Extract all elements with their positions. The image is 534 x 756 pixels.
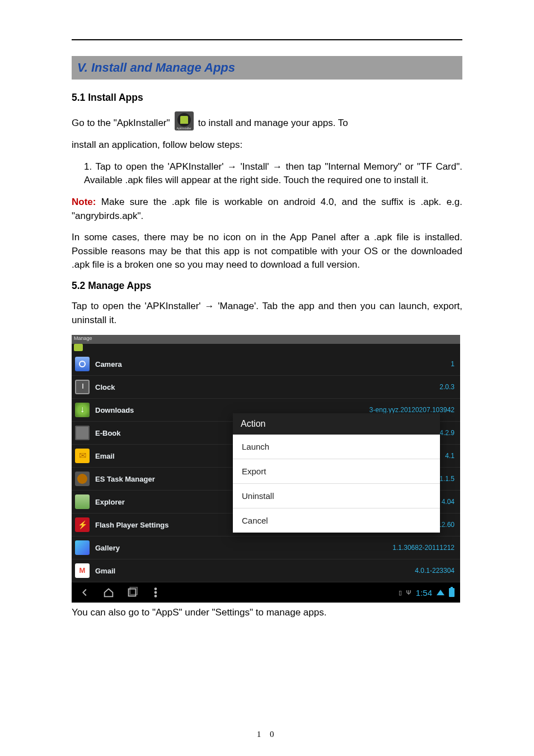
- svg-point-4: [155, 595, 157, 597]
- app-version: 4.04: [442, 498, 455, 506]
- clock-text: 1:54: [416, 588, 432, 598]
- app-version: 1.1.30682-20111212: [392, 544, 455, 552]
- section-banner: V. Install and Manage Apps: [72, 56, 462, 80]
- app-name: Camera: [95, 360, 451, 368]
- gallery-icon: [75, 540, 90, 555]
- dialog-option-cancel[interactable]: Cancel: [233, 508, 440, 533]
- recent-apps-button[interactable]: [124, 586, 140, 599]
- home-button[interactable]: [101, 586, 116, 599]
- app-version: 1: [451, 360, 455, 368]
- compat-paragraph: In some cases, there may be no icon on i…: [72, 231, 462, 272]
- camera-icon: [75, 357, 90, 371]
- note-paragraph: Note: Make sure the .apk file is workabl…: [72, 195, 462, 223]
- ebook-icon: [75, 426, 90, 440]
- intro-text-b: to install and manage your apps. To: [198, 116, 348, 130]
- usb-icon: Ψ: [406, 589, 411, 596]
- android-screenshot: Manage Camera1 Clock2.0.3 Downloads3-eng…: [72, 335, 460, 603]
- after-screenshot-paragraph: You can also go to "AppS" under "Setting…: [72, 606, 462, 620]
- page-number: 1 0: [0, 730, 534, 739]
- app-version: 1.1.5: [439, 475, 455, 483]
- step-1: 1. Tap to open the 'APKInstaller' → 'Ins…: [72, 160, 462, 188]
- apkinstaller-icon-label: ApkInstaller: [177, 127, 191, 130]
- app-name: Clock: [95, 383, 439, 391]
- list-item[interactable]: Gmail4.0.1-223304: [72, 559, 460, 582]
- android-chip-icon: [74, 344, 83, 351]
- menu-button[interactable]: [148, 586, 163, 599]
- app-name: Gmail: [95, 567, 415, 575]
- apkinstaller-icon: ApkInstaller: [175, 111, 194, 130]
- download-icon: [75, 403, 90, 417]
- app-version: 2.0.3: [439, 383, 455, 391]
- heading-install-apps: 5.1 Install Apps: [72, 92, 462, 104]
- intro-paragraph-1: Go to the "ApkInstaller" ApkInstaller to…: [72, 111, 462, 130]
- manage-paragraph: Tap to open the 'APKInstaller' → 'Manage…: [72, 300, 462, 327]
- svg-point-3: [155, 592, 157, 594]
- list-item[interactable]: Gallery1.1.30682-20111212: [72, 536, 460, 559]
- wifi-icon: [437, 590, 444, 595]
- heading-manage-apps: 5.2 Manage Apps: [72, 280, 462, 292]
- status-bar: ▯ Ψ 1:54: [399, 588, 455, 598]
- list-item[interactable]: Clock2.0.3: [72, 376, 460, 399]
- dialog-title: Action: [233, 413, 440, 435]
- app-version: 4.0.1-223304: [415, 567, 455, 575]
- app-version: 4.2.9: [439, 429, 455, 437]
- app-name: Gallery: [95, 544, 392, 552]
- battery-icon: [449, 588, 455, 597]
- activity-title: Manage: [72, 335, 460, 344]
- system-navbar: ▯ Ψ 1:54: [72, 582, 460, 603]
- app-version: 4.1: [445, 452, 455, 460]
- sdcard-icon: ▯: [399, 589, 402, 596]
- dialog-option-launch[interactable]: Launch: [233, 435, 440, 459]
- dialog-option-export[interactable]: Export: [233, 459, 440, 484]
- es-task-manager-icon: [75, 472, 90, 486]
- svg-point-2: [155, 589, 157, 590]
- note-body: Make sure the .apk file is workable on a…: [72, 197, 462, 221]
- dialog-option-uninstall[interactable]: Uninstall: [233, 484, 440, 508]
- clock-icon: [75, 380, 90, 394]
- intro-text-a: Go to the "ApkInstaller": [72, 116, 170, 130]
- gmail-icon: [75, 563, 90, 578]
- app-version: 3-eng.yyz.20120207.103942: [369, 406, 455, 414]
- action-dialog: Action Launch Export Uninstall Cancel: [233, 413, 440, 533]
- list-item[interactable]: Camera1: [72, 353, 460, 376]
- email-icon: [75, 449, 90, 463]
- back-button[interactable]: [77, 586, 93, 599]
- android-glyph-icon: [177, 113, 191, 127]
- breadcrumb: [72, 344, 460, 353]
- top-rule: [72, 39, 462, 40]
- intro-paragraph-2: install an application, follow below ste…: [72, 138, 462, 152]
- flash-icon: [75, 517, 90, 532]
- note-label: Note:: [72, 197, 96, 207]
- explorer-icon: [75, 494, 90, 509]
